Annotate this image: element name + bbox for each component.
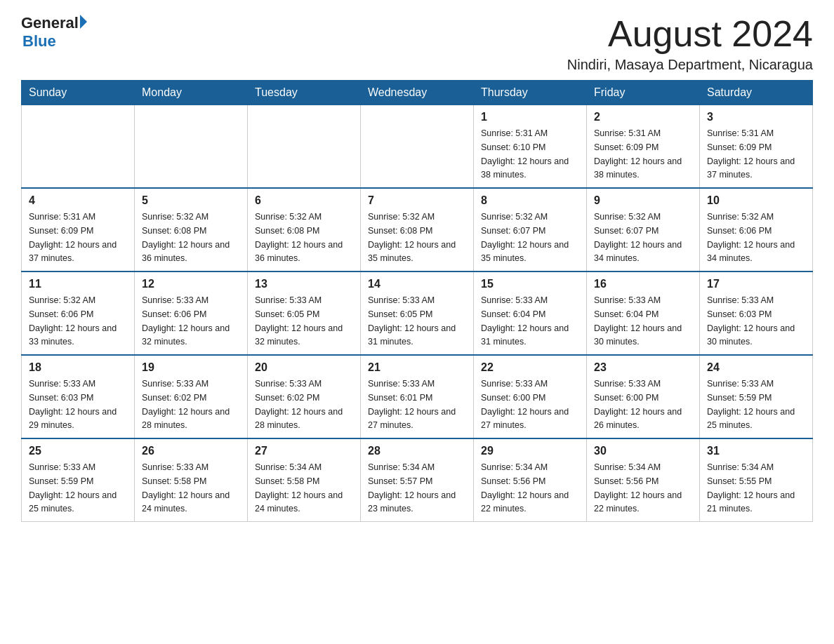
calendar-cell: 29Sunrise: 5:34 AM Sunset: 5:56 PM Dayli…	[474, 438, 587, 522]
calendar-cell: 14Sunrise: 5:33 AM Sunset: 6:05 PM Dayli…	[361, 271, 474, 355]
calendar-table: SundayMondayTuesdayWednesdayThursdayFrid…	[21, 80, 813, 522]
day-number: 11	[29, 278, 127, 290]
day-number: 28	[368, 445, 466, 457]
day-number: 3	[707, 111, 805, 123]
day-info: Sunrise: 5:31 AM Sunset: 6:09 PM Dayligh…	[29, 212, 117, 263]
title-area: August 2024 Nindiri, Masaya Department, …	[567, 14, 813, 73]
day-info: Sunrise: 5:33 AM Sunset: 6:05 PM Dayligh…	[255, 295, 343, 347]
logo: General Blue	[21, 14, 87, 51]
calendar-cell: 15Sunrise: 5:33 AM Sunset: 6:04 PM Dayli…	[474, 271, 587, 355]
calendar-cell: 6Sunrise: 5:32 AM Sunset: 6:08 PM Daylig…	[248, 188, 361, 271]
day-info: Sunrise: 5:31 AM Sunset: 6:09 PM Dayligh…	[707, 128, 795, 180]
day-number: 8	[481, 194, 579, 207]
day-info: Sunrise: 5:32 AM Sunset: 6:08 PM Dayligh…	[142, 212, 230, 263]
calendar-cell	[361, 105, 474, 189]
day-number: 30	[594, 445, 692, 457]
day-info: Sunrise: 5:34 AM Sunset: 5:58 PM Dayligh…	[255, 462, 343, 514]
calendar-cell: 5Sunrise: 5:32 AM Sunset: 6:08 PM Daylig…	[135, 188, 248, 271]
calendar-cell: 1Sunrise: 5:31 AM Sunset: 6:10 PM Daylig…	[474, 105, 587, 189]
day-info: Sunrise: 5:34 AM Sunset: 5:55 PM Dayligh…	[707, 462, 795, 514]
day-info: Sunrise: 5:33 AM Sunset: 6:03 PM Dayligh…	[29, 379, 117, 430]
day-info: Sunrise: 5:32 AM Sunset: 6:07 PM Dayligh…	[594, 212, 682, 263]
day-info: Sunrise: 5:33 AM Sunset: 6:05 PM Dayligh…	[368, 295, 456, 347]
day-number: 22	[481, 361, 579, 374]
day-info: Sunrise: 5:32 AM Sunset: 6:07 PM Dayligh…	[481, 212, 569, 263]
day-number: 6	[255, 194, 353, 207]
day-info: Sunrise: 5:33 AM Sunset: 6:04 PM Dayligh…	[594, 295, 682, 347]
day-info: Sunrise: 5:33 AM Sunset: 6:02 PM Dayligh…	[142, 379, 230, 430]
calendar-cell: 8Sunrise: 5:32 AM Sunset: 6:07 PM Daylig…	[474, 188, 587, 271]
day-number: 7	[368, 194, 466, 207]
calendar-cell: 4Sunrise: 5:31 AM Sunset: 6:09 PM Daylig…	[22, 188, 135, 271]
calendar-cell: 27Sunrise: 5:34 AM Sunset: 5:58 PM Dayli…	[248, 438, 361, 522]
calendar-cell	[22, 105, 135, 189]
day-number: 14	[368, 278, 466, 290]
calendar-cell: 24Sunrise: 5:33 AM Sunset: 5:59 PM Dayli…	[700, 355, 813, 438]
calendar-cell: 11Sunrise: 5:32 AM Sunset: 6:06 PM Dayli…	[22, 271, 135, 355]
logo-general-text: General	[21, 14, 79, 32]
day-info: Sunrise: 5:31 AM Sunset: 6:10 PM Dayligh…	[481, 128, 569, 180]
calendar-cell	[135, 105, 248, 189]
day-info: Sunrise: 5:33 AM Sunset: 5:59 PM Dayligh…	[29, 462, 117, 514]
calendar-cell: 10Sunrise: 5:32 AM Sunset: 6:06 PM Dayli…	[700, 188, 813, 271]
day-number: 9	[594, 194, 692, 207]
calendar-cell: 28Sunrise: 5:34 AM Sunset: 5:57 PM Dayli…	[361, 438, 474, 522]
weekday-header-monday: Monday	[135, 81, 248, 105]
day-info: Sunrise: 5:33 AM Sunset: 5:59 PM Dayligh…	[707, 379, 795, 430]
day-number: 29	[481, 445, 579, 457]
day-number: 25	[29, 445, 127, 457]
weekday-header-saturday: Saturday	[700, 81, 813, 105]
calendar-cell: 21Sunrise: 5:33 AM Sunset: 6:01 PM Dayli…	[361, 355, 474, 438]
calendar-week-row: 11Sunrise: 5:32 AM Sunset: 6:06 PM Dayli…	[22, 271, 813, 355]
calendar-cell: 9Sunrise: 5:32 AM Sunset: 6:07 PM Daylig…	[587, 188, 700, 271]
day-info: Sunrise: 5:33 AM Sunset: 6:03 PM Dayligh…	[707, 295, 795, 347]
calendar-cell: 12Sunrise: 5:33 AM Sunset: 6:06 PM Dayli…	[135, 271, 248, 355]
day-number: 2	[594, 111, 692, 123]
day-info: Sunrise: 5:34 AM Sunset: 5:56 PM Dayligh…	[594, 462, 682, 514]
day-info: Sunrise: 5:33 AM Sunset: 5:58 PM Dayligh…	[142, 462, 230, 514]
calendar-week-row: 4Sunrise: 5:31 AM Sunset: 6:09 PM Daylig…	[22, 188, 813, 271]
weekday-header-thursday: Thursday	[474, 81, 587, 105]
calendar-cell: 22Sunrise: 5:33 AM Sunset: 6:00 PM Dayli…	[474, 355, 587, 438]
logo-blue-text: Blue	[22, 32, 87, 51]
day-info: Sunrise: 5:33 AM Sunset: 6:00 PM Dayligh…	[594, 379, 682, 430]
day-info: Sunrise: 5:32 AM Sunset: 6:06 PM Dayligh…	[29, 295, 117, 347]
calendar-cell: 20Sunrise: 5:33 AM Sunset: 6:02 PM Dayli…	[248, 355, 361, 438]
day-number: 23	[594, 361, 692, 374]
day-number: 10	[707, 194, 805, 207]
day-info: Sunrise: 5:32 AM Sunset: 6:08 PM Dayligh…	[368, 212, 456, 263]
calendar-cell: 19Sunrise: 5:33 AM Sunset: 6:02 PM Dayli…	[135, 355, 248, 438]
month-title: August 2024	[567, 14, 813, 54]
calendar-cell: 25Sunrise: 5:33 AM Sunset: 5:59 PM Dayli…	[22, 438, 135, 522]
calendar-cell: 26Sunrise: 5:33 AM Sunset: 5:58 PM Dayli…	[135, 438, 248, 522]
day-number: 20	[255, 361, 353, 374]
day-number: 21	[368, 361, 466, 374]
page-header: General Blue August 2024 Nindiri, Masaya…	[21, 14, 813, 73]
calendar-cell: 30Sunrise: 5:34 AM Sunset: 5:56 PM Dayli…	[587, 438, 700, 522]
day-number: 31	[707, 445, 805, 457]
day-number: 4	[29, 194, 127, 207]
day-number: 19	[142, 361, 240, 374]
calendar-week-row: 1Sunrise: 5:31 AM Sunset: 6:10 PM Daylig…	[22, 105, 813, 189]
day-number: 12	[142, 278, 240, 290]
day-number: 18	[29, 361, 127, 374]
calendar-cell: 13Sunrise: 5:33 AM Sunset: 6:05 PM Dayli…	[248, 271, 361, 355]
calendar-cell: 31Sunrise: 5:34 AM Sunset: 5:55 PM Dayli…	[700, 438, 813, 522]
day-number: 16	[594, 278, 692, 290]
day-info: Sunrise: 5:32 AM Sunset: 6:08 PM Dayligh…	[255, 212, 343, 263]
day-info: Sunrise: 5:34 AM Sunset: 5:57 PM Dayligh…	[368, 462, 456, 514]
logo-arrow-icon	[80, 15, 87, 29]
calendar-week-row: 25Sunrise: 5:33 AM Sunset: 5:59 PM Dayli…	[22, 438, 813, 522]
calendar-cell	[248, 105, 361, 189]
weekday-header-wednesday: Wednesday	[361, 81, 474, 105]
day-number: 27	[255, 445, 353, 457]
calendar-week-row: 18Sunrise: 5:33 AM Sunset: 6:03 PM Dayli…	[22, 355, 813, 438]
day-number: 5	[142, 194, 240, 207]
day-number: 17	[707, 278, 805, 290]
day-number: 15	[481, 278, 579, 290]
calendar-cell: 17Sunrise: 5:33 AM Sunset: 6:03 PM Dayli…	[700, 271, 813, 355]
day-info: Sunrise: 5:33 AM Sunset: 6:04 PM Dayligh…	[481, 295, 569, 347]
calendar-cell: 16Sunrise: 5:33 AM Sunset: 6:04 PM Dayli…	[587, 271, 700, 355]
calendar-cell: 2Sunrise: 5:31 AM Sunset: 6:09 PM Daylig…	[587, 105, 700, 189]
day-info: Sunrise: 5:31 AM Sunset: 6:09 PM Dayligh…	[594, 128, 682, 180]
